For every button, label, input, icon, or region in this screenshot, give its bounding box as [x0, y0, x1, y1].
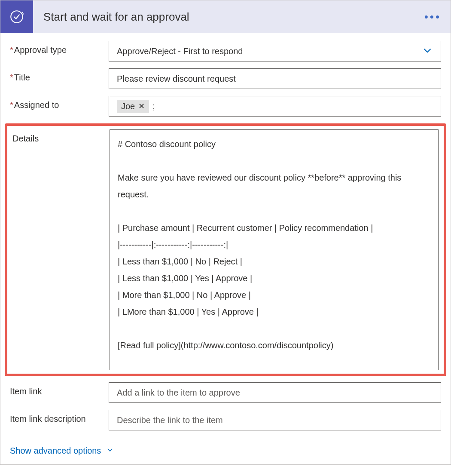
people-chip: Joe ✕	[117, 100, 149, 113]
chip-label: Joe	[121, 101, 135, 111]
row-item-link: Item link	[10, 382, 441, 403]
label-assigned-to: *Assigned to	[10, 96, 109, 110]
approval-icon	[0, 0, 33, 33]
row-title: *Title	[10, 68, 441, 89]
card-header: Start and wait for an approval •••	[0, 0, 451, 33]
label-title: *Title	[10, 68, 109, 83]
label-details: Details	[9, 129, 110, 144]
more-menu-icon[interactable]: •••	[415, 10, 451, 24]
label-item-link-desc: Item link description	[10, 410, 109, 424]
title-input[interactable]	[109, 68, 441, 89]
label-approval-type: *Approval type	[10, 41, 109, 55]
show-advanced-options[interactable]: Show advanced options	[0, 442, 451, 464]
details-highlighted-region: Details # Contoso discount policy Make s…	[5, 123, 446, 376]
chip-separator: ;	[152, 101, 155, 111]
row-approval-type: *Approval type Approve/Reject - First to…	[10, 41, 441, 61]
row-item-link-desc: Item link description	[10, 410, 441, 430]
item-link-desc-input[interactable]	[109, 410, 441, 430]
assigned-to-input[interactable]: Joe ✕ ;	[109, 96, 441, 117]
approval-type-value: Approve/Reject - First to respond	[117, 46, 243, 56]
chevron-down-icon	[422, 45, 433, 58]
details-textarea[interactable]: # Contoso discount policy Make sure you …	[110, 129, 439, 370]
chevron-down-icon	[106, 446, 114, 456]
svg-point-0	[11, 11, 23, 23]
label-item-link: Item link	[10, 382, 109, 396]
form-body: *Approval type Approve/Reject - First to…	[0, 33, 451, 442]
action-card: Start and wait for an approval ••• *Appr…	[0, 0, 451, 465]
card-title: Start and wait for an approval	[33, 10, 415, 24]
item-link-input[interactable]	[109, 382, 441, 403]
row-assigned-to: *Assigned to Joe ✕ ;	[10, 96, 441, 117]
chip-remove-icon[interactable]: ✕	[138, 101, 145, 111]
approval-type-select[interactable]: Approve/Reject - First to respond	[109, 41, 441, 61]
